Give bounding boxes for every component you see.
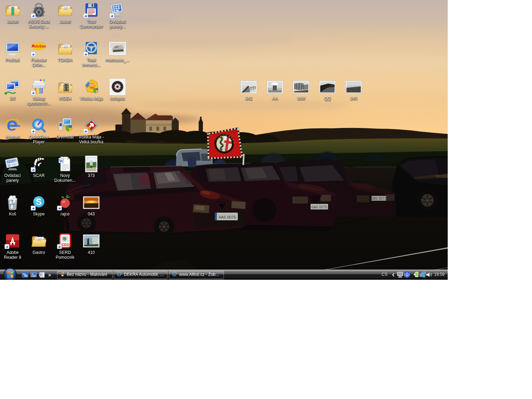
svg-text:6A6 0075: 6A6 0075 — [312, 205, 327, 209]
svg-text:W: W — [40, 273, 42, 276]
svg-text:R: R — [225, 134, 227, 136]
svg-text:S: S — [36, 197, 42, 207]
svg-text:6A5 0075: 6A5 0075 — [219, 215, 236, 219]
svg-text:SB1 9271: SB1 9271 — [371, 197, 386, 200]
svg-text:»: » — [48, 272, 51, 278]
svg-text:T: T — [88, 127, 90, 130]
svg-text:W: W — [59, 158, 63, 163]
svg-text:ERD: ERD — [61, 243, 69, 247]
